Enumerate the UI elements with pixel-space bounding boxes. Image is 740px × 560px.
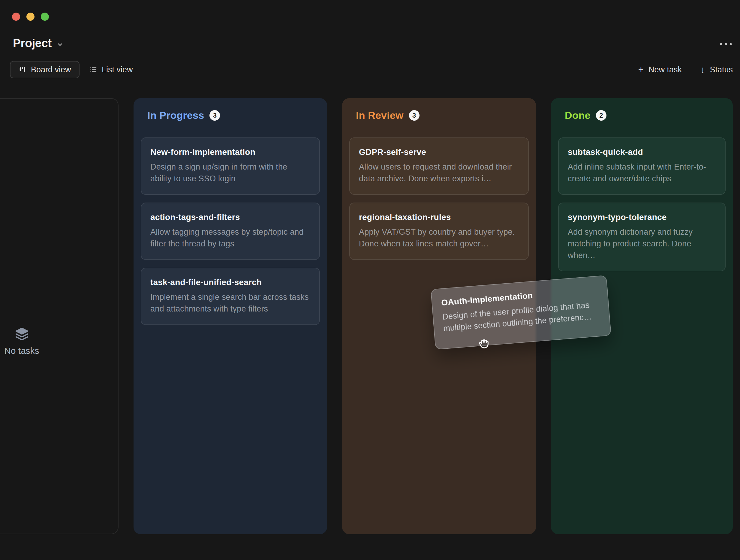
close-window-button[interactable] bbox=[12, 13, 20, 21]
list-view-label: List view bbox=[102, 65, 133, 74]
task-card[interactable]: synonym-typo-tolerance Add synonym dicti… bbox=[558, 203, 726, 271]
task-card-description: Apply VAT/GST by country and buyer type.… bbox=[359, 226, 519, 250]
column-count-badge: 2 bbox=[596, 110, 607, 121]
arrow-down-icon: ↓ bbox=[701, 65, 705, 74]
board-view-icon bbox=[18, 66, 26, 74]
task-card-title: subtask-quick-add bbox=[568, 147, 716, 157]
task-card[interactable]: GDPR-self-serve Allow users to request a… bbox=[349, 137, 529, 195]
list-view-button[interactable]: List view bbox=[83, 61, 139, 78]
toolbar: Board view List view + New task ↓ Status bbox=[10, 61, 733, 78]
task-card-description: Implement a single search bar across tas… bbox=[150, 291, 310, 315]
column-in-progress: In Progress 3 New-form-implementation De… bbox=[133, 98, 327, 534]
task-card-description: Design a sign up/sign in form with the a… bbox=[150, 161, 310, 185]
board-view-button[interactable]: Board view bbox=[10, 61, 80, 78]
task-card[interactable]: regional-taxation-rules Apply VAT/GST by… bbox=[349, 203, 529, 260]
task-card-description: Add inline subtask input with Enter-to-c… bbox=[568, 161, 716, 185]
task-card-description: Add synonym dictionary and fuzzy matchin… bbox=[568, 226, 716, 261]
empty-state: No tasks bbox=[4, 327, 39, 356]
new-task-button[interactable]: + New task bbox=[638, 65, 682, 74]
task-card[interactable]: subtask-quick-add Add inline subtask inp… bbox=[558, 137, 726, 195]
column-title: In Progress bbox=[147, 109, 204, 121]
card-list: GDPR-self-serve Allow users to request a… bbox=[349, 137, 529, 260]
task-card[interactable]: action-tags-and-filters Allow tagging me… bbox=[141, 203, 320, 260]
more-options-button[interactable] bbox=[718, 39, 734, 49]
task-card-title: task-and-file-unified-search bbox=[150, 278, 310, 287]
card-list: New-form-implementation Design a sign up… bbox=[141, 137, 320, 325]
toolbar-actions: + New task ↓ Status bbox=[638, 61, 733, 78]
ellipsis-icon bbox=[720, 42, 732, 45]
column-header: In Review 3 bbox=[356, 109, 529, 121]
kanban-app-window: Project Board view List view + New task … bbox=[0, 0, 740, 560]
card-list: subtask-quick-add Add inline subtask inp… bbox=[558, 137, 726, 271]
window-controls bbox=[12, 13, 49, 21]
task-card-title: action-tags-and-filters bbox=[150, 212, 310, 222]
task-card-title: GDPR-self-serve bbox=[359, 147, 519, 157]
status-sort-button[interactable]: ↓ Status bbox=[701, 65, 733, 74]
column-title: Done bbox=[565, 109, 590, 121]
task-card-description: Allow users to request and download thei… bbox=[359, 161, 519, 185]
column-count-badge: 3 bbox=[409, 110, 420, 121]
column-header: Done 2 bbox=[565, 109, 726, 121]
column-header: In Progress 3 bbox=[147, 109, 320, 121]
list-view-icon bbox=[89, 66, 97, 74]
project-title-row[interactable]: Project bbox=[13, 36, 64, 50]
board-view-label: Board view bbox=[31, 65, 71, 74]
page-title: Project bbox=[13, 36, 52, 50]
column-empty: No tasks bbox=[0, 98, 118, 534]
task-card[interactable]: New-form-implementation Design a sign up… bbox=[141, 137, 320, 195]
minimize-window-button[interactable] bbox=[26, 13, 34, 21]
task-card-description: Allow tagging messages by step/topic and… bbox=[150, 226, 310, 250]
chevron-down-icon bbox=[56, 40, 64, 49]
column-title: In Review bbox=[356, 109, 403, 121]
zoom-window-button[interactable] bbox=[41, 13, 49, 21]
column-count-badge: 3 bbox=[209, 110, 220, 121]
task-card-title: synonym-typo-tolerance bbox=[568, 212, 716, 222]
task-card-title: New-form-implementation bbox=[150, 147, 310, 157]
layers-icon bbox=[15, 327, 29, 341]
status-label: Status bbox=[710, 65, 733, 74]
new-task-label: New task bbox=[648, 65, 682, 74]
task-card-title: regional-taxation-rules bbox=[359, 212, 519, 222]
plus-icon: + bbox=[638, 65, 644, 74]
task-card[interactable]: task-and-file-unified-search Implement a… bbox=[141, 268, 320, 325]
empty-column-label: No tasks bbox=[4, 346, 39, 356]
